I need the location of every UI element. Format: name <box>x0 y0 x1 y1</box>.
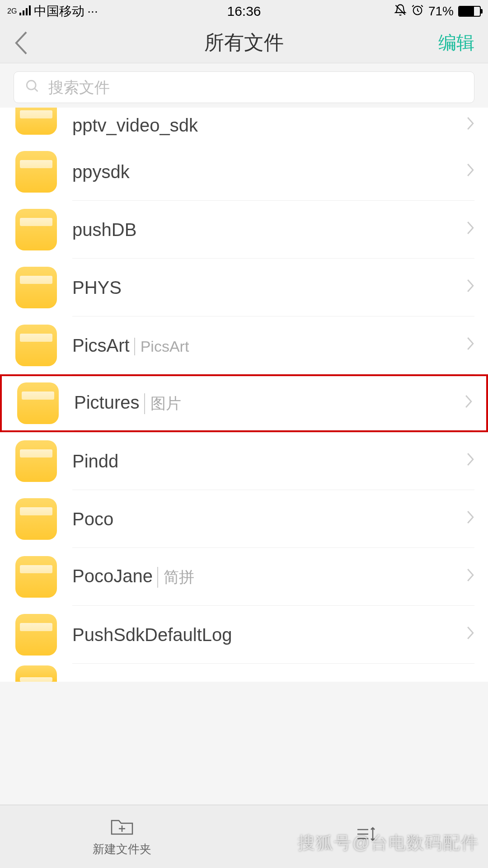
chevron-right-icon <box>466 162 474 181</box>
svg-rect-3 <box>29 5 31 15</box>
more-icon: ··· <box>87 4 98 19</box>
folder-icon <box>15 267 57 308</box>
svg-rect-0 <box>19 13 21 15</box>
carrier-label: 中国移动 <box>34 3 84 20</box>
edit-button[interactable]: 编辑 <box>438 30 474 55</box>
chevron-right-icon <box>466 116 474 135</box>
chevron-right-icon <box>466 625 474 644</box>
folder-sublabel: 图片 <box>144 393 181 414</box>
folder-item[interactable] <box>0 664 488 682</box>
back-button[interactable] <box>14 31 36 55</box>
svg-rect-1 <box>23 10 24 15</box>
signal-type: 2G <box>7 7 17 15</box>
folder-icon <box>15 440 57 482</box>
bottom-bar: 新建文件夹 <box>0 805 488 868</box>
search-icon <box>25 79 40 96</box>
folder-item[interactable]: Pindd <box>0 432 488 490</box>
svg-point-6 <box>27 80 36 90</box>
signal-icon <box>19 4 31 19</box>
folder-sublabel: PicsArt <box>134 338 189 355</box>
status-time: 16:36 <box>227 4 261 19</box>
folder-icon <box>15 325 57 366</box>
status-bar: 2G 中国移动 ··· 16:36 71% <box>0 0 488 23</box>
folder-item[interactable]: ppysdk <box>0 143 488 201</box>
folder-icon <box>15 108 57 135</box>
svg-rect-2 <box>26 8 28 15</box>
page-title: 所有文件 <box>204 29 284 56</box>
folder-icon <box>15 614 57 656</box>
chevron-right-icon <box>466 567 474 586</box>
folder-name: pushDB <box>72 220 466 240</box>
search-input[interactable] <box>48 79 463 96</box>
chevron-right-icon <box>466 220 474 239</box>
folder-item[interactable]: PushSdkDefaultLog <box>0 606 488 664</box>
search-container <box>0 63 488 108</box>
new-folder-button[interactable]: 新建文件夹 <box>0 805 244 868</box>
folder-item[interactable]: PHYS <box>0 259 488 316</box>
chevron-right-icon <box>465 394 473 413</box>
chevron-right-icon <box>466 509 474 528</box>
folder-item[interactable]: Pictures图片 <box>0 374 488 432</box>
folder-name: PHYS <box>72 278 466 298</box>
folder-item[interactable]: Poco <box>0 490 488 548</box>
folder-icon <box>15 556 57 598</box>
chevron-right-icon <box>466 278 474 297</box>
folder-icon <box>15 209 57 250</box>
dnd-icon <box>394 4 407 19</box>
alarm-icon <box>411 4 424 19</box>
folder-name: Poco <box>72 509 466 529</box>
file-list: pptv_video_sdkppysdkpushDBPHYSPicsArtPic… <box>0 108 488 682</box>
sort-button[interactable] <box>244 805 488 868</box>
folder-item[interactable]: PocoJane简拼 <box>0 548 488 606</box>
folder-sublabel: 简拼 <box>157 567 194 588</box>
folder-name: Pictures图片 <box>74 392 465 414</box>
folder-icon <box>15 665 57 682</box>
search-box[interactable] <box>14 71 474 103</box>
folder-icon <box>15 498 57 540</box>
battery-percent: 71% <box>428 4 454 19</box>
chevron-right-icon <box>466 452 474 471</box>
folder-name: ppysdk <box>72 162 466 182</box>
battery-icon <box>458 6 481 17</box>
folder-name: PushSdkDefaultLog <box>72 625 466 645</box>
folder-icon <box>15 151 57 193</box>
header: 所有文件 编辑 <box>0 23 488 63</box>
folder-name: pptv_video_sdk <box>72 115 466 136</box>
new-folder-label: 新建文件夹 <box>93 841 151 857</box>
svg-line-7 <box>34 88 38 91</box>
folder-name: PocoJane简拼 <box>72 566 466 588</box>
folder-name: Pindd <box>72 451 466 472</box>
sort-icon <box>355 824 377 846</box>
new-folder-icon <box>110 816 134 838</box>
folder-name: PicsArtPicsArt <box>72 335 466 356</box>
folder-icon <box>17 382 59 424</box>
chevron-right-icon <box>466 336 474 355</box>
folder-item[interactable]: pptv_video_sdk <box>0 108 488 143</box>
folder-item[interactable]: PicsArtPicsArt <box>0 316 488 374</box>
folder-item[interactable]: pushDB <box>0 201 488 259</box>
